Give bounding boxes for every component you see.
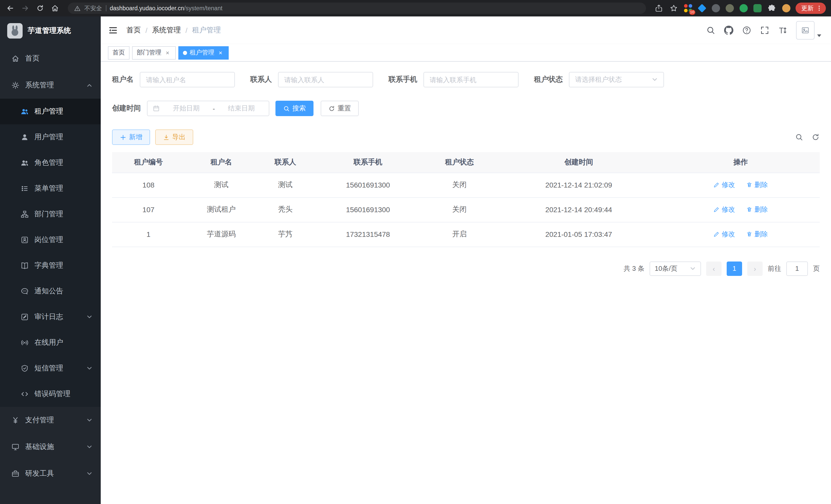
tenant-name-input[interactable] — [140, 72, 235, 87]
sidebar-item-user[interactable]: 用户管理 — [0, 124, 101, 150]
breadcrumb-system[interactable]: 系统管理 — [152, 26, 181, 35]
delete-button[interactable]: 删除 — [746, 205, 768, 214]
breadcrumb-home[interactable]: 首页 — [126, 26, 141, 35]
column-header-name: 租户名 — [185, 152, 257, 173]
fullscreen-icon[interactable] — [760, 26, 769, 35]
sidebar-item-infra[interactable]: 基础设施 — [0, 434, 101, 460]
delete-button[interactable]: 删除 — [746, 230, 768, 239]
sidebar-item-post[interactable]: 岗位管理 — [0, 227, 101, 253]
sidebar-item-label: 在线用户 — [34, 338, 63, 347]
browser-reload-icon[interactable] — [35, 3, 45, 13]
code-icon — [21, 390, 29, 398]
search-button-label: 搜索 — [292, 104, 306, 113]
edit-button[interactable]: 修改 — [713, 205, 735, 214]
bookmark-star-icon[interactable] — [668, 3, 679, 13]
sidebar-item-notice[interactable]: 通知公告 — [0, 278, 101, 304]
edit-button[interactable]: 修改 — [713, 180, 735, 189]
extension-icon-olive[interactable] — [725, 4, 735, 13]
column-header-status: 租户状态 — [423, 152, 496, 173]
user-avatar-menu[interactable] — [796, 21, 822, 39]
org-tree-icon — [21, 210, 29, 218]
delete-button[interactable]: 删除 — [746, 180, 768, 189]
close-icon[interactable]: × — [164, 49, 171, 56]
sidebar-item-tenant[interactable]: 租户管理 — [0, 99, 101, 124]
search-button[interactable]: 搜索 — [276, 101, 314, 116]
font-size-icon[interactable] — [778, 26, 787, 35]
phone-input[interactable] — [424, 72, 519, 87]
page-1-button[interactable]: 1 — [727, 261, 742, 276]
select-placeholder: 请选择租户状态 — [575, 75, 622, 84]
goto-page-input[interactable] — [786, 261, 808, 276]
sidebar-item-devtools[interactable]: 研发工具 — [0, 460, 101, 487]
add-button[interactable]: 新增 — [112, 129, 150, 145]
sidebar-item-label: 短信管理 — [34, 364, 63, 373]
monitor-icon — [11, 443, 20, 451]
tags-view: 首页 部门管理 × 租户管理 × — [101, 44, 831, 62]
navbar-search-icon[interactable] — [706, 26, 715, 35]
browser-menu-kebab-icon[interactable] — [815, 5, 823, 12]
date-start-placeholder: 开始日期 — [164, 104, 209, 113]
page-content: 租户名 联系人 联系手机 租户状态 请选择租户状态 — [101, 62, 831, 504]
extension-dots-icon[interactable]: 10 — [684, 4, 693, 13]
menu-fold-icon[interactable] — [108, 25, 118, 35]
help-icon[interactable] — [742, 26, 751, 35]
omnibox-divider — [106, 5, 106, 11]
sidebar-item-payment[interactable]: 支付管理 — [0, 407, 101, 434]
sidebar-item-role[interactable]: 角色管理 — [0, 150, 101, 176]
close-icon[interactable]: × — [217, 49, 224, 56]
column-header-ops: 操作 — [662, 152, 820, 173]
extension-icon-dark[interactable] — [711, 4, 720, 13]
refresh-table-icon[interactable] — [811, 133, 820, 141]
prev-page-button[interactable]: ‹ — [706, 261, 721, 276]
reset-button[interactable]: 重置 — [321, 101, 359, 116]
tenant-table: 租户编号 租户名 联系人 联系手机 租户状态 创建时间 操作 108 测试 — [112, 152, 820, 247]
trash-icon — [746, 207, 752, 213]
sidebar-item-label: 系统管理 — [25, 81, 54, 90]
export-button[interactable]: 导出 — [155, 129, 193, 145]
date-range-picker[interactable]: 开始日期 - 结束日期 — [147, 101, 269, 116]
sidebar-item-audit-log[interactable]: 审计日志 — [0, 304, 101, 330]
browser-profile-avatar[interactable] — [782, 4, 791, 13]
refresh-icon — [328, 105, 335, 112]
update-button[interactable]: 更新 — [796, 3, 826, 14]
edit-button[interactable]: 修改 — [713, 230, 735, 239]
github-icon[interactable] — [724, 26, 733, 35]
gear-icon — [11, 81, 20, 89]
cell-phone: 15601691300 — [313, 173, 423, 197]
sidebar-item-home[interactable]: 首页 — [0, 45, 101, 72]
tab-tenant[interactable]: 租户管理 × — [178, 46, 229, 59]
chevron-down-icon — [86, 471, 92, 477]
table-row: 107 测试租户 秃头 15601691300 关闭 2021-12-14 20… — [112, 197, 820, 222]
app-logo[interactable]: 芋道管理系统 — [0, 17, 101, 45]
tab-home[interactable]: 首页 — [108, 46, 130, 59]
goto-label: 前往 — [768, 264, 781, 273]
contact-input[interactable] — [278, 72, 373, 87]
tab-dept[interactable]: 部门管理 × — [132, 46, 176, 59]
browser-forward-icon[interactable] — [20, 3, 30, 13]
sidebar-item-sms[interactable]: 短信管理 — [0, 356, 101, 381]
sidebar-item-dept[interactable]: 部门管理 — [0, 201, 101, 227]
sidebar-item-online-user[interactable]: 在线用户 — [0, 330, 101, 356]
extensions-puzzle-icon[interactable] — [767, 3, 777, 13]
sidebar-item-label: 基础设施 — [25, 442, 54, 452]
browser-back-icon[interactable] — [5, 3, 16, 13]
sidebar-item-system[interactable]: 系统管理 — [0, 72, 101, 99]
toggle-search-icon[interactable] — [795, 133, 803, 141]
sidebar-item-menu[interactable]: 菜单管理 — [0, 176, 101, 201]
table-header-row: 租户编号 租户名 联系人 联系手机 租户状态 创建时间 操作 — [112, 152, 820, 173]
address-bar[interactable]: 不安全 dashboard.yudao.iocoder.cn/system/te… — [68, 3, 646, 14]
edit-document-icon — [21, 313, 29, 321]
status-select[interactable]: 请选择租户状态 — [569, 72, 664, 87]
page-size-select[interactable]: 10条/页 — [650, 261, 701, 276]
next-page-button[interactable]: › — [747, 261, 763, 276]
share-icon[interactable] — [654, 3, 664, 13]
extension-diamond-icon[interactable] — [697, 4, 707, 13]
sidebar-item-dict[interactable]: 字典管理 — [0, 253, 101, 278]
browser-home-icon[interactable] — [50, 3, 60, 13]
field-label: 租户名 — [112, 75, 134, 84]
toolbar-right-icons — [795, 133, 820, 141]
sidebar-item-error-code[interactable]: 错误码管理 — [0, 381, 101, 407]
cell-operations: 修改 删除 — [662, 173, 820, 197]
extension-icon-green-square[interactable] — [753, 4, 762, 13]
extension-icon-green-circle[interactable] — [739, 4, 748, 13]
